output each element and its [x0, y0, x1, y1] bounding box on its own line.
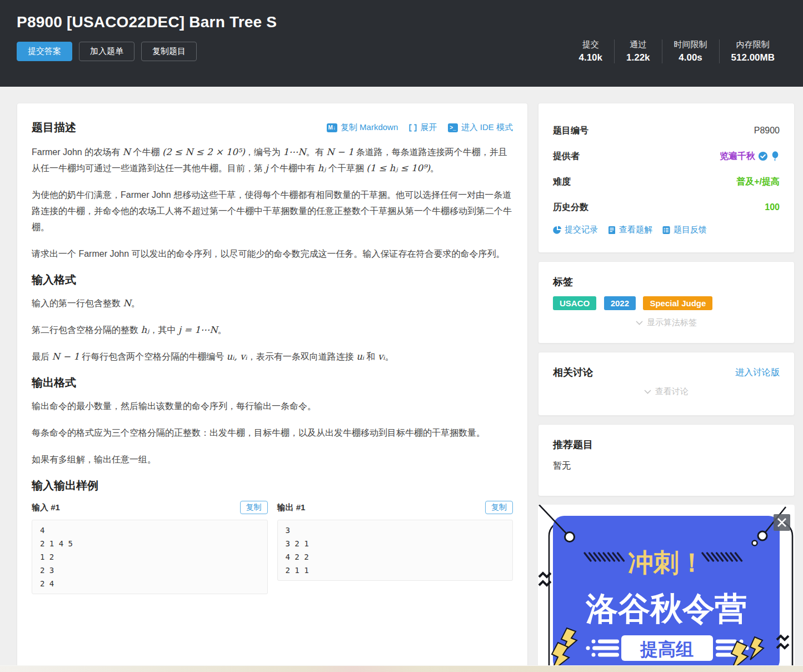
provider-link[interactable]: 览遍千秋: [720, 151, 780, 162]
input-format-paragraph: 输入的第一行包含整数 N。: [32, 295, 513, 311]
description-paragraph: Farmer John 的农场有 N 个牛棚 (2 ≤ N ≤ 2 × 10⁵)…: [32, 144, 513, 176]
pin-right-small: [752, 541, 757, 546]
terminal-icon: >_: [448, 123, 457, 132]
ad-line2: 洛谷秋令营: [585, 590, 747, 626]
info-row-provider: 提供者 览遍千秋: [553, 143, 780, 169]
output-format-paragraph: 每条命令的格式应为三个空格分隔的正整数：出发牛棚，目标牛棚，以及从出发牛棚移动到…: [32, 425, 513, 441]
ad-badge: 提高组: [640, 639, 694, 659]
samples-grid: 输入 #1 复制 4 2 1 4 5 1 2 2 3 2 4 输出 #1 复制 …: [32, 501, 513, 594]
problem-feedback-link[interactable]: 题目反馈: [662, 225, 707, 235]
view-solutions-link[interactable]: 查看题解: [607, 225, 652, 235]
sample-output: 3 3 2 1 4 2 2 2 1 1: [277, 520, 513, 581]
promo-banner[interactable]: 冲刺！ 洛谷秋令营 提高组: [538, 505, 795, 667]
show-algorithm-tags-toggle[interactable]: 显示算法标签: [553, 317, 780, 328]
view-discussions-toggle[interactable]: 查看讨论: [553, 386, 780, 397]
expand-icon: [409, 124, 417, 132]
close-ad-button[interactable]: [774, 514, 790, 531]
description-toolbar: M↓ 复制 Markdown 展开 >_ 进入 IDE 模式: [327, 122, 513, 133]
problem-id-value: P8900: [754, 126, 780, 136]
copy-markdown-link[interactable]: M↓ 复制 Markdown: [327, 122, 398, 133]
output-format-paragraph: 如果有多组解，输出任意一组。: [32, 451, 513, 467]
tag-special-judge[interactable]: Special Judge: [643, 296, 712, 310]
copy-problem-button[interactable]: 复制题目: [141, 42, 197, 61]
recommended-empty-text: 暂无: [553, 460, 780, 472]
info-row-history-score: 历史分数 100: [553, 195, 780, 220]
sample-output-block: 输出 #1 复制 3 3 2 1 4 2 2 2 1 1: [277, 501, 513, 581]
discussions-card: 相关讨论 进入讨论版 查看讨论: [538, 352, 795, 416]
pin-left: [565, 532, 575, 542]
difficulty-value: 普及+/提高: [736, 176, 780, 188]
ad-line1: 冲刺！: [628, 548, 705, 577]
verified-badge-icon: [758, 151, 768, 161]
info-row-difficulty: 难度 普及+/提高: [553, 169, 780, 195]
sample-input-block: 输入 #1 复制 4 2 1 4 5 1 2 2 3 2 4: [32, 501, 268, 594]
history-score-value: 100: [765, 202, 780, 212]
page-header: P8900 [USACO22DEC] Barn Tree S 提交答案 加入题单…: [0, 0, 803, 87]
problem-stats: 提交 4.10k 通过 1.22k 时间限制 4.00s 内存限制 512.00…: [567, 39, 786, 63]
recommended-problems-card: 推荐题目 暂无: [538, 424, 795, 496]
stat-time-limit: 时间限制 4.00s: [662, 39, 719, 63]
pin-right: [758, 531, 767, 540]
problem-info-card: 题目编号 P8900 提供者 览遍千秋: [538, 103, 795, 253]
list-icon: [662, 226, 671, 235]
markdown-icon: M↓: [327, 123, 337, 132]
problem-title: P8900 [USACO22DEC] Barn Tree S: [17, 13, 786, 31]
section-input-format-heading: 输入格式: [32, 272, 513, 287]
copy-sample-output-button[interactable]: 复制: [485, 501, 513, 514]
tags-heading: 标签: [553, 275, 780, 288]
ide-mode-link[interactable]: >_ 进入 IDE 模式: [448, 122, 513, 133]
sidebar: 题目编号 P8900 提供者 览遍千秋: [538, 103, 795, 667]
book-icon: [607, 226, 616, 235]
sample-input: 4 2 1 4 5 1 2 2 3 2 4: [32, 520, 268, 594]
submission-records-link[interactable]: 提交记录: [553, 225, 598, 235]
enter-discussion-board-link[interactable]: 进入讨论版: [735, 367, 780, 379]
pie-chart-icon: [553, 226, 562, 235]
chevron-down-icon: [636, 321, 643, 325]
tag-2022[interactable]: 2022: [604, 296, 636, 310]
section-samples-heading: 输入输出样例: [32, 478, 513, 493]
stat-memory-limit: 内存限制 512.00MB: [719, 39, 786, 63]
input-format-paragraph: 第二行包含空格分隔的整数 hⱼ，其中 j = 1⋯N。: [32, 322, 513, 338]
sample-output-label: 输出 #1: [277, 502, 306, 513]
description-paragraph: 为使他的奶牛们满意，Farmer John 想移动这些干草，使得每个牛棚都有相同…: [32, 187, 513, 235]
tags-card: 标签 USACO 2022 Special Judge 显示算法标签: [538, 261, 795, 344]
stat-submissions: 提交 4.10k: [567, 39, 614, 63]
problem-content-card: 题目描述 M↓ 复制 Markdown 展开 >_ 进入 IDE 模式 Farm…: [17, 103, 528, 668]
stat-accepted: 通过 1.22k: [614, 39, 662, 63]
description-paragraph: 请求出一个 Farmer John 可以发出的命令序列，以尽可能少的命令数完成这…: [32, 246, 513, 262]
copy-sample-input-button[interactable]: 复制: [240, 501, 268, 514]
input-format-paragraph: 最后 N − 1 行每行包含两个空格分隔的牛棚编号 uᵢ, vᵢ，表示有一条双向…: [32, 349, 513, 365]
section-description-heading: 题目描述: [32, 120, 76, 135]
balloon-icon: [771, 151, 780, 161]
add-to-problem-list-button[interactable]: 加入题单: [79, 42, 134, 61]
page-bottom-strip: [0, 665, 803, 672]
recommended-heading: 推荐题目: [553, 438, 780, 451]
discussions-heading: 相关讨论: [553, 366, 593, 379]
sample-input-label: 输入 #1: [32, 502, 60, 513]
info-row-problem-id: 题目编号 P8900: [553, 118, 780, 143]
section-output-format-heading: 输出格式: [32, 375, 513, 390]
output-format-paragraph: 输出命令的最小数量，然后输出该数量的命令序列，每行输出一条命令。: [32, 398, 513, 414]
chevron-down-icon: [644, 390, 651, 394]
submit-answer-button[interactable]: 提交答案: [17, 42, 72, 61]
tag-usaco[interactable]: USACO: [553, 296, 596, 310]
expand-link[interactable]: 展开: [409, 122, 437, 133]
